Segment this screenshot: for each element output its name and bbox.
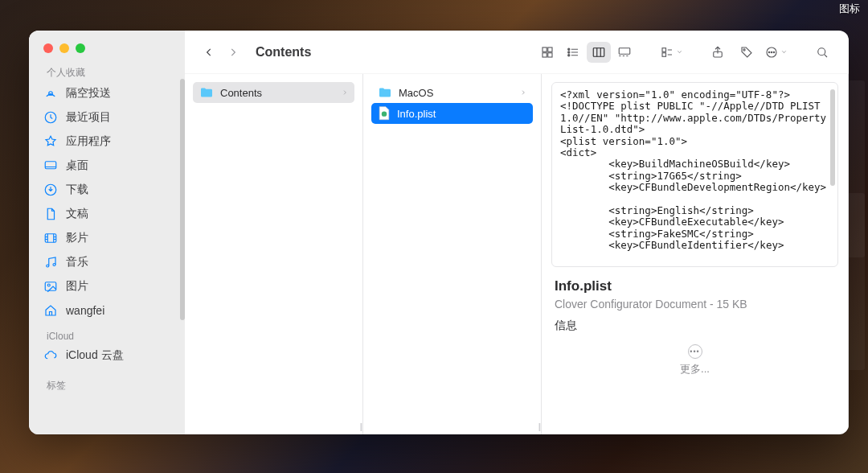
svg-point-8	[47, 284, 50, 286]
svg-rect-19	[662, 52, 666, 56]
search-button[interactable]	[810, 42, 834, 63]
svg-point-6	[53, 264, 55, 266]
zoom-button[interactable]	[76, 43, 85, 53]
column-2: MacOS Info.plist ||	[363, 74, 542, 434]
clock-icon	[43, 110, 58, 125]
sidebar-item-label: 影片	[66, 231, 88, 245]
pictures-icon	[43, 279, 58, 294]
share-button[interactable]	[706, 42, 730, 63]
svg-rect-10	[548, 47, 552, 51]
svg-point-26	[818, 47, 825, 55]
row-label: MacOS	[399, 87, 433, 99]
file-name: Info.plist	[555, 278, 835, 294]
cloud-icon	[43, 348, 58, 363]
action-menu-button[interactable]	[764, 42, 788, 63]
window-title: Contents	[256, 45, 311, 60]
view-mode-group	[535, 42, 637, 63]
row-label: Info.plist	[397, 108, 436, 120]
sidebar-item-movies[interactable]: 影片	[35, 226, 178, 250]
info-header: 信息	[555, 319, 835, 333]
preview-scrollbar[interactable]	[830, 89, 835, 186]
file-row-info-plist[interactable]: Info.plist	[371, 103, 533, 124]
finder-window: 个人收藏 隔空投送 最近项目 应用程序 桌面 下载	[29, 31, 849, 434]
sidebar-item-downloads[interactable]: 下载	[35, 178, 178, 202]
sidebar-item-label: wangfei	[66, 304, 104, 317]
svg-point-27	[382, 111, 387, 116]
svg-point-25	[773, 51, 775, 53]
applications-icon	[43, 134, 58, 149]
column-resize-handle[interactable]: ||	[538, 422, 539, 431]
svg-rect-2	[45, 162, 56, 169]
icon-view-button[interactable]	[535, 42, 559, 63]
music-icon	[43, 255, 58, 269]
preview-wrap: <?xml version="1.0" encoding="UTF-8"?> <…	[542, 74, 848, 267]
sidebar-item-recents[interactable]: 最近项目	[35, 105, 178, 130]
sidebar-item-home[interactable]: wangfei	[35, 298, 178, 323]
gallery-view-button[interactable]	[612, 42, 637, 63]
row-label: Contents	[220, 87, 262, 99]
minimize-button[interactable]	[59, 43, 69, 53]
svg-rect-4	[45, 234, 56, 243]
svg-point-21	[743, 48, 745, 50]
file-metadata: Info.plist Clover Configurator Document …	[542, 267, 848, 376]
sidebar-item-music[interactable]: 音乐	[35, 250, 178, 274]
sidebar-item-label: 最近项目	[66, 110, 111, 125]
svg-point-13	[568, 48, 570, 50]
sidebar-item-desktop[interactable]: 桌面	[35, 154, 178, 178]
ellipsis-icon[interactable]: •••	[688, 344, 702, 359]
sidebar-section-favorites: 个人收藏	[29, 58, 185, 81]
folder-row-contents[interactable]: Contents	[193, 82, 354, 103]
airdrop-icon	[43, 86, 58, 101]
download-icon	[43, 183, 58, 197]
close-button[interactable]	[43, 43, 53, 53]
svg-rect-11	[542, 52, 547, 56]
window-controls	[29, 31, 185, 58]
sidebar-item-label: 下载	[66, 183, 88, 197]
svg-point-23	[768, 51, 770, 53]
folder-row-macos[interactable]: MacOS	[371, 82, 533, 103]
sidebar-item-icloud-drive[interactable]: iCloud 云盘	[35, 343, 178, 368]
svg-rect-9	[542, 47, 547, 51]
svg-point-15	[568, 54, 570, 56]
folder-icon	[199, 87, 214, 98]
back-button[interactable]	[199, 43, 219, 62]
sidebar-item-label: 音乐	[66, 255, 88, 269]
svg-point-14	[568, 51, 570, 52]
toolbar: Contents	[185, 31, 849, 74]
sidebar-item-airdrop[interactable]: 隔空投送	[35, 81, 178, 105]
home-icon	[43, 303, 58, 318]
group-by-button[interactable]	[659, 42, 683, 63]
sidebar: 个人收藏 隔空投送 最近项目 应用程序 桌面 下载	[29, 31, 185, 434]
chevron-right-icon	[342, 87, 348, 99]
svg-rect-16	[593, 47, 604, 56]
desktop-icons-label: 图标	[839, 2, 860, 16]
svg-rect-17	[619, 47, 630, 54]
more-label[interactable]: 更多...	[680, 363, 710, 375]
desktop-icon	[43, 158, 58, 173]
svg-point-5	[47, 265, 49, 267]
chevron-right-icon	[520, 87, 526, 99]
sidebar-item-pictures[interactable]: 图片	[35, 274, 178, 298]
file-kind-size: Clover Configurator Document - 15 KB	[555, 298, 835, 311]
main-area: Contents Contents	[185, 31, 849, 434]
svg-rect-18	[662, 47, 666, 51]
sidebar-item-applications[interactable]: 应用程序	[35, 130, 178, 154]
sidebar-section-tags: 标签	[29, 368, 185, 394]
column-resize-handle[interactable]: ||	[360, 422, 361, 431]
sidebar-section-icloud: iCloud	[29, 323, 185, 343]
column-view-button[interactable]	[587, 42, 611, 63]
sidebar-icloud-list: iCloud 云盘	[29, 343, 185, 368]
preview-content: <?xml version="1.0" encoding="UTF-8"?> <…	[560, 89, 829, 251]
quick-look-preview[interactable]: <?xml version="1.0" encoding="UTF-8"?> <…	[551, 82, 838, 267]
sidebar-item-label: 桌面	[66, 158, 88, 173]
preview-column: <?xml version="1.0" encoding="UTF-8"?> <…	[542, 74, 849, 434]
sidebar-item-documents[interactable]: 文稿	[35, 202, 178, 226]
forward-button[interactable]	[223, 43, 243, 62]
sidebar-item-label: 图片	[66, 279, 88, 294]
list-view-button[interactable]	[561, 42, 585, 63]
folder-icon	[378, 87, 392, 98]
tags-button[interactable]	[735, 42, 759, 63]
sidebar-favorites-list: 隔空投送 最近项目 应用程序 桌面 下载 文稿	[29, 81, 185, 323]
plist-file-icon	[378, 106, 391, 121]
svg-point-24	[771, 51, 772, 53]
